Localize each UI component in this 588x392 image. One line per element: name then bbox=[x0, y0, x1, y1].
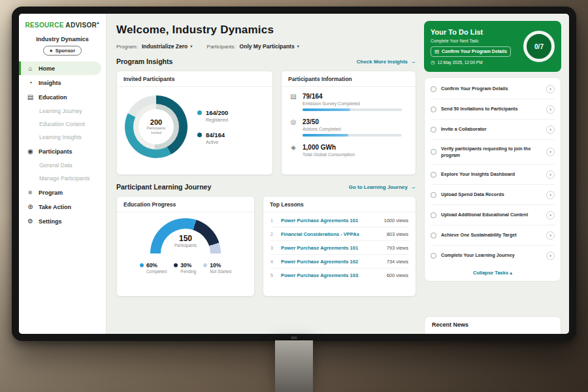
task-item[interactable]: Complete Your Learning Journey › bbox=[431, 246, 555, 265]
legend-dot-not-started bbox=[203, 263, 207, 267]
lesson-link[interactable]: Power Purchase Agreements 101 bbox=[281, 218, 378, 223]
legend-item-not-started: 10% Not Started bbox=[203, 262, 231, 274]
task-item[interactable]: Verify participants requesting to join t… bbox=[431, 140, 555, 165]
sidebar: RESOURCE ADVISOR+ Industry Dynamics ● Sp… bbox=[19, 14, 106, 334]
task-checkbox[interactable] bbox=[431, 149, 436, 155]
lesson-link[interactable]: Power Purchase Agreements 102 bbox=[281, 259, 382, 265]
legend-dot-pending bbox=[174, 263, 178, 267]
task-item[interactable]: Invite a Collaborator › bbox=[431, 120, 555, 140]
chevron-right-icon[interactable]: › bbox=[546, 125, 555, 134]
chevron-right-icon[interactable]: › bbox=[546, 231, 555, 240]
logo-resource: RESOURCE bbox=[25, 22, 64, 29]
legend-label: Registered bbox=[206, 118, 228, 122]
todo-progress-value: 0/7 bbox=[534, 43, 544, 50]
task-checkbox[interactable] bbox=[431, 172, 436, 178]
lesson-views: 803 views bbox=[387, 231, 408, 237]
lesson-row: 3 Power Purchase Agreements 101 793 view… bbox=[270, 241, 408, 255]
lesson-rank: 2 bbox=[270, 232, 276, 237]
legend-label: Not Started bbox=[210, 269, 231, 274]
task-checkbox[interactable] bbox=[431, 192, 436, 198]
sidebar-item-manage-participants[interactable]: Manage Participants bbox=[19, 172, 106, 185]
chevron-down-icon: ▾ bbox=[297, 44, 299, 49]
participants-filter-dropdown[interactable]: Only My Participants ▾ bbox=[240, 43, 299, 50]
check-more-insights-link[interactable]: Check More Insights → bbox=[357, 58, 416, 65]
legend-value: 84/164 bbox=[206, 131, 225, 139]
clock-icon: ◷ bbox=[431, 60, 435, 65]
arrow-right-icon: → bbox=[410, 58, 416, 65]
lesson-link[interactable]: Power Purchase Agreements 103 bbox=[281, 272, 382, 278]
participants-icon: ◉ bbox=[27, 148, 34, 155]
education-icon: ▤ bbox=[27, 94, 34, 101]
program-filter-value: Industrialize Zero bbox=[142, 43, 188, 50]
take-action-icon: ⊕ bbox=[27, 204, 34, 210]
next-task-chip[interactable]: ▤ Confirm Your Program Details bbox=[431, 46, 511, 57]
sidebar-item-education-content[interactable]: Education Content bbox=[19, 118, 106, 131]
gauge-center-value: 150 bbox=[150, 234, 221, 243]
next-task-label: Confirm Your Program Details bbox=[442, 49, 507, 54]
lesson-rank: 1 bbox=[270, 218, 276, 223]
sidebar-item-learning-insights[interactable]: Learning Insights bbox=[19, 131, 106, 144]
program-filter-label: Program: bbox=[116, 44, 138, 50]
sidebar-item-participants[interactable]: ◉ Participants bbox=[19, 144, 101, 158]
document-icon: ▤ bbox=[434, 49, 439, 54]
due-date: 12 May 2025, 12:00 PM bbox=[438, 60, 483, 65]
sidebar-item-home[interactable]: ⌂ Home bbox=[19, 61, 101, 75]
task-item[interactable]: Achieve One Sustainability Target › bbox=[431, 225, 555, 246]
sidebar-item-settings[interactable]: ⚙ Settings bbox=[19, 214, 101, 228]
power-led bbox=[291, 336, 297, 339]
lesson-rank: 3 bbox=[270, 246, 276, 250]
chevron-right-icon[interactable]: › bbox=[546, 105, 555, 114]
sidebar-item-learning-journey[interactable]: Learning Journey bbox=[19, 105, 106, 118]
chevron-right-icon[interactable]: › bbox=[546, 85, 555, 93]
filters-row: Program: Industrialize Zero ▾ Participan… bbox=[116, 43, 416, 50]
participants-filter-label: Participants: bbox=[207, 44, 236, 50]
recent-news-title: Recent News bbox=[432, 321, 468, 328]
chevron-right-icon[interactable]: › bbox=[546, 171, 555, 179]
sponsor-badge[interactable]: ● Sponsor bbox=[43, 46, 82, 56]
task-item[interactable]: Send 50 Invitations to Participants › bbox=[431, 99, 555, 120]
sponsor-badge-label: Sponsor bbox=[56, 48, 75, 54]
task-label: Upload Spend Data Records bbox=[441, 191, 542, 198]
task-checkbox[interactable] bbox=[431, 253, 436, 259]
go-to-learning-journey-link[interactable]: Go to Learning Journey → bbox=[349, 184, 416, 190]
sidebar-item-program[interactable]: ≡ Program bbox=[19, 186, 101, 199]
sidebar-item-label: Program bbox=[39, 189, 63, 196]
sponsor-icon: ● bbox=[50, 48, 53, 54]
chevron-right-icon[interactable]: › bbox=[546, 148, 555, 156]
gauge-center: 150 Participants bbox=[150, 234, 221, 248]
task-item[interactable]: Explore Your Insights Dashboard › bbox=[431, 165, 555, 185]
lesson-link[interactable]: Financial Considerations - VPPAs bbox=[281, 231, 382, 237]
program-insights-cards: Invited Participants 200 Participants In… bbox=[116, 71, 416, 175]
sidebar-item-general-data[interactable]: General Data bbox=[19, 159, 106, 172]
chevron-right-icon[interactable]: › bbox=[546, 211, 555, 220]
card-title: Top Lessons bbox=[263, 197, 416, 212]
task-checkbox[interactable] bbox=[431, 86, 436, 92]
legend-dot-registered bbox=[197, 110, 202, 115]
program-filter-dropdown[interactable]: Industrialize Zero ▾ bbox=[142, 43, 193, 50]
sidebar-item-label: Participants bbox=[39, 148, 73, 155]
task-item[interactable]: Upload Additional Educational Content › bbox=[431, 205, 555, 225]
task-item[interactable]: Confirm Your Program Details › bbox=[431, 79, 555, 99]
task-checkbox[interactable] bbox=[431, 127, 436, 133]
arrow-right-icon: → bbox=[410, 184, 416, 190]
task-label: Complete Your Learning Journey bbox=[441, 252, 542, 259]
sidebar-item-insights[interactable]: ◔ Insights bbox=[19, 76, 101, 90]
sidebar-item-education[interactable]: ▤ Education bbox=[19, 90, 101, 104]
task-checkbox[interactable] bbox=[431, 106, 436, 112]
actions-completed-progress-bar bbox=[302, 134, 402, 137]
sidebar-item-label: Take Action bbox=[39, 204, 71, 210]
chevron-right-icon[interactable]: › bbox=[546, 252, 555, 260]
task-checkbox[interactable] bbox=[431, 233, 436, 238]
invited-participants-card: Invited Participants 200 Participants In… bbox=[116, 71, 273, 175]
next-task-due: ◷ 12 May 2025, 12:00 PM bbox=[431, 60, 518, 65]
stat-value: 23/50 bbox=[302, 118, 402, 125]
lesson-row: 5 Power Purchase Agreements 103 600 view… bbox=[270, 269, 408, 282]
chevron-right-icon[interactable]: › bbox=[546, 191, 555, 199]
legend-value: 60% bbox=[146, 262, 167, 269]
lesson-link[interactable]: Power Purchase Agreements 101 bbox=[281, 245, 382, 251]
program-icon: ≡ bbox=[27, 189, 34, 196]
task-checkbox[interactable] bbox=[431, 212, 436, 218]
collapse-tasks-link[interactable]: Collapse Tasks ▴ bbox=[431, 265, 555, 281]
task-item[interactable]: Upload Spend Data Records › bbox=[431, 185, 555, 205]
sidebar-item-take-action[interactable]: ⊕ Take Action bbox=[19, 200, 101, 214]
